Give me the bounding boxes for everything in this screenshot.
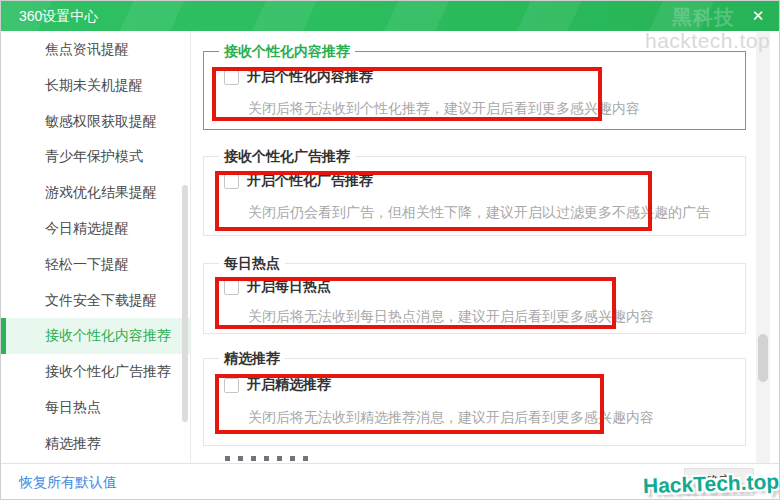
clipped-section-legend xyxy=(225,456,313,461)
hacktech-logo: HackTech.top xyxy=(643,470,780,499)
checkbox-label: 开启精选推荐 xyxy=(247,376,331,394)
section-personalized-ads: 接收个性化广告推荐 开启个性化广告推荐 关闭后仍会看到广告，但相关性下降，建议开… xyxy=(203,156,746,236)
settings-window: 360设置中心 黑科技 ✕ hacktech.top 焦点资讯提醒 长期未关机提… xyxy=(0,0,780,500)
personalized-content-checkbox[interactable] xyxy=(224,70,239,85)
restore-defaults-link[interactable]: 恢复所有默认值 xyxy=(19,474,117,492)
section-description: 关闭后将无法收到个性化推荐，建议开启后看到更多感兴趣内容 xyxy=(248,100,640,118)
section-selected-recommend: 精选推荐 开启精选推荐 关闭后将无法收到精选推荐消息，建议开启后看到更多感兴趣内… xyxy=(203,358,746,446)
section-personalized-content: 接收个性化内容推荐 开启个性化内容推荐 关闭后将无法收到个性化推荐，建议开启后看… xyxy=(203,51,746,130)
personalized-ads-checkbox[interactable] xyxy=(224,174,239,189)
section-legend: 每日热点 xyxy=(219,255,285,273)
checkbox-label: 开启每日热点 xyxy=(247,278,331,296)
selected-recommend-checkbox[interactable] xyxy=(224,378,239,393)
section-description: 关闭后将无法收到精选推荐消息，建议开启后看到更多感兴趣内容 xyxy=(248,409,654,427)
section-legend: 接收个性化内容推荐 xyxy=(219,43,355,61)
section-daily-hotspot: 每日热点 开启每日热点 关闭后将无法收到每日热点消息，建议开启后看到更多感兴趣内… xyxy=(203,263,746,334)
section-description: 关闭后仍会看到广告，但相关性下降，建议开启以过滤更多不感兴趣的广告 xyxy=(248,204,710,222)
section-description: 关闭后将无法收到每日热点消息，建议开启后看到更多感兴趣内容 xyxy=(248,308,654,326)
content-panel: 接收个性化内容推荐 开启个性化内容推荐 关闭后将无法收到个性化推荐，建议开启后看… xyxy=(1,1,779,499)
checkbox-label: 开启个性化内容推荐 xyxy=(247,68,373,86)
footer-bar: 恢复所有默认值 确定 HackTech.top xyxy=(1,463,780,500)
content-scrollbar-track[interactable] xyxy=(756,32,770,463)
content-scrollbar-thumb[interactable] xyxy=(758,334,768,382)
section-legend: 接收个性化广告推荐 xyxy=(219,148,355,166)
checkbox-label: 开启个性化广告推荐 xyxy=(247,172,373,190)
daily-hotspot-checkbox[interactable] xyxy=(224,280,239,295)
section-legend: 精选推荐 xyxy=(219,350,285,368)
